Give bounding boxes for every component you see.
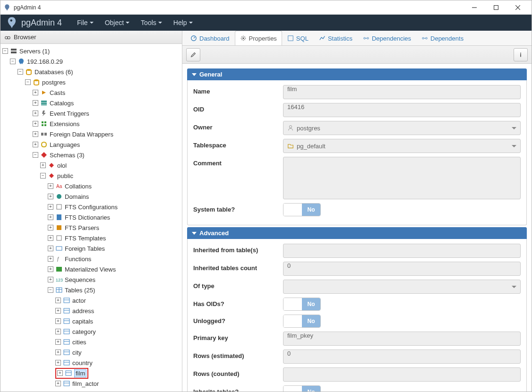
switch-unlogged[interactable]: No — [283, 315, 321, 328]
svg-rect-20 — [44, 133, 47, 136]
menu-tools[interactable]: Tools — [135, 19, 168, 26]
tree-collations[interactable]: +AaCollations — [0, 181, 182, 191]
tree-schemas[interactable]: −Schemas (3) — [0, 150, 182, 160]
section-advanced-header[interactable]: Advanced — [187, 227, 527, 239]
functions-icon: ƒ — [55, 255, 63, 263]
table-icon — [63, 359, 70, 366]
field-inherit-from — [283, 244, 521, 258]
svg-marker-21 — [41, 152, 47, 158]
database-icon — [33, 78, 40, 86]
object-tree[interactable]: −Servers (1) −192.168.0.29 −Databases (6… — [0, 44, 182, 392]
field-comment[interactable] — [283, 157, 521, 199]
tab-sql[interactable]: SQL — [282, 31, 314, 45]
svg-point-57 — [242, 37, 244, 39]
menu-help[interactable]: Help — [168, 19, 198, 26]
tree-tables[interactable]: −Tables (25) — [0, 285, 182, 295]
tree-table-cities[interactable]: +cities — [0, 337, 182, 347]
caret-down-icon — [189, 22, 193, 24]
menu-file[interactable]: File — [71, 19, 99, 26]
svg-point-59 — [364, 37, 366, 39]
close-button[interactable] — [507, 0, 529, 15]
pencil-icon — [190, 51, 197, 58]
field-tablespace[interactable]: pg_default — [283, 139, 521, 153]
tree-table-film[interactable]: +film — [0, 368, 182, 378]
tree-servers[interactable]: −Servers (1) — [0, 46, 182, 56]
field-of-type[interactable] — [283, 280, 521, 294]
fts-parsers-icon — [55, 224, 63, 231]
dashboard-icon — [190, 35, 197, 42]
tree-table-actor[interactable]: +actor — [0, 295, 182, 306]
info-button[interactable] — [514, 48, 528, 61]
section-general-header[interactable]: General — [187, 68, 527, 80]
tree-fdw[interactable]: +Foreign Data Wrappers — [0, 129, 182, 139]
tree-event-triggers[interactable]: +Event Triggers — [0, 108, 182, 119]
maximize-button[interactable] — [485, 0, 507, 15]
properties-content[interactable]: General Namefilm OID16416 Ownerpostgres … — [182, 64, 532, 392]
tab-dependents[interactable]: Dependents — [416, 31, 469, 45]
database-icon — [25, 68, 33, 76]
tab-statistics[interactable]: Statistics — [314, 31, 358, 45]
minimize-button[interactable] — [463, 0, 485, 15]
tree-fts-conf[interactable]: +FTS Configurations — [0, 202, 182, 212]
svg-rect-12 — [41, 102, 47, 104]
tree-table-capitals[interactable]: +capitals — [0, 316, 182, 326]
fts-conf-icon — [55, 203, 63, 211]
svg-point-63 — [426, 37, 428, 39]
tree-extensions[interactable]: +Extensions — [0, 119, 182, 129]
tree-databases[interactable]: −Databases (6) — [0, 67, 182, 77]
extensions-icon — [40, 120, 48, 128]
caret-down-icon — [512, 286, 516, 288]
table-icon — [65, 369, 72, 377]
tab-dashboard[interactable]: Dashboard — [185, 31, 235, 45]
svg-rect-37 — [64, 298, 69, 303]
tree-casts[interactable]: +Casts — [0, 87, 182, 98]
properties-toolbar — [182, 46, 532, 64]
mat-views-icon — [55, 265, 63, 273]
tree-table-address[interactable]: +address — [0, 306, 182, 316]
menu-object[interactable]: Object — [99, 19, 135, 26]
svg-rect-1 — [494, 5, 498, 9]
tree-schema-olol[interactable]: +olol — [0, 160, 182, 170]
svg-rect-16 — [44, 121, 46, 123]
svg-rect-41 — [64, 319, 69, 324]
tree-schema-public[interactable]: −public — [0, 170, 182, 181]
table-icon — [63, 317, 70, 325]
switch-inherits-tables[interactable]: No — [283, 385, 321, 392]
svg-rect-26 — [57, 205, 61, 209]
table-icon — [63, 338, 70, 346]
tree-functions[interactable]: +ƒFunctions — [0, 254, 182, 264]
edit-button[interactable] — [186, 48, 200, 61]
tree-db-postgres[interactable]: −postgres — [0, 77, 182, 87]
tree-sequences[interactable]: +123Sequences — [0, 274, 182, 285]
svg-rect-32 — [56, 267, 62, 272]
tree-foreign-tables[interactable]: +Foreign Tables — [0, 243, 182, 254]
svg-rect-15 — [42, 121, 43, 123]
svg-text:Aa: Aa — [56, 184, 62, 189]
tree-table-category[interactable]: +category — [0, 326, 182, 337]
sql-icon — [287, 35, 294, 42]
field-owner[interactable]: postgres — [283, 121, 521, 135]
tree-fts-templates[interactable]: +FTS Templates — [0, 233, 182, 243]
tree-domains[interactable]: +Domains — [0, 191, 182, 202]
switch-has-oids[interactable]: No — [283, 298, 321, 311]
tab-dependencies[interactable]: Dependencies — [358, 31, 416, 45]
svg-rect-29 — [57, 236, 61, 240]
schema-icon — [48, 172, 55, 179]
server-group-icon — [10, 47, 17, 55]
tree-catalogs[interactable]: +Catalogs — [0, 98, 182, 108]
tree-fts-dict[interactable]: +FTS Dictionaries — [0, 212, 182, 222]
tree-fts-parsers[interactable]: +FTS Parsers — [0, 222, 182, 233]
tab-properties[interactable]: Properties — [235, 31, 282, 45]
main-menubar: pgAdmin 4 File Object Tools Help — [0, 15, 532, 31]
tree-host[interactable]: −192.168.0.29 — [0, 56, 182, 67]
tree-table-country[interactable]: +country — [0, 358, 182, 368]
label-inherits-tables: Inherits tables? — [193, 385, 283, 392]
tree-languages[interactable]: +Languages — [0, 139, 182, 150]
table-icon — [63, 380, 70, 387]
brand-label: pgAdmin 4 — [21, 18, 62, 28]
switch-system-table[interactable]: No — [283, 203, 321, 216]
tree-table-city[interactable]: +city — [0, 347, 182, 358]
tree-table-film-actor[interactable]: +film_actor — [0, 378, 182, 389]
svg-marker-22 — [49, 163, 54, 168]
tree-mat-views[interactable]: +Materialized Views — [0, 264, 182, 274]
